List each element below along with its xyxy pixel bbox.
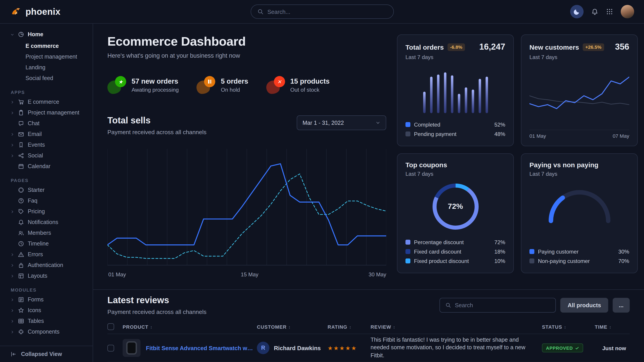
reviews-title: Latest reviews [108,295,206,306]
customer-name: Richard Dawkins [274,345,321,351]
sort-icon: ↕ [393,325,396,329]
select-all-checkbox[interactable] [108,323,114,330]
sidebar-item[interactable]: Layouts [0,271,93,281]
caret-right-icon [10,263,14,267]
modules-nav-list: Forms Icons Tables Components [0,294,93,337]
theme-toggle-button[interactable] [570,5,584,18]
product-link[interactable]: Fitbit Sense Advanced Smartwatch with To… [146,345,253,351]
stat-icon: ★ [108,76,126,94]
sidebar-item-icon [18,120,24,127]
reviews-table-body: Fitbit Sense Advanced Smartwatch with To… [108,334,630,362]
card-period: Last 7 days [530,54,629,60]
paying-gauge-chart [530,183,629,226]
notifications-button[interactable] [591,8,598,15]
sidebar-item-icon [18,110,24,116]
column-header-status[interactable]: STATUS↕ [542,320,595,334]
sidebar-item[interactable]: Email [0,129,93,139]
legend-item: Completed 52% [406,120,505,129]
sidebar-item[interactable]: Social [0,150,93,161]
sidebar-item[interactable]: E commerce [0,97,93,107]
user-avatar[interactable] [621,5,634,18]
column-header-product[interactable]: PRODUCT↕ [122,320,257,334]
sidebar-item-icon [18,187,24,193]
sidebar-item[interactable]: Chat [0,118,93,129]
caret-right-icon [10,308,14,312]
sidebar-item[interactable]: Components [0,327,93,337]
card-title: New customers [530,43,579,51]
sort-icon: ↕ [288,325,291,329]
sort-icon: ↕ [609,325,612,329]
sidebar-subitem[interactable]: Project management [0,51,93,62]
sidebar-item-icon [18,198,24,204]
column-header-review[interactable]: REVIEW↕ [370,320,542,334]
sidebar-item[interactable]: Project management [0,107,93,118]
collapsed-view-toggle[interactable]: Collapsed View [0,346,93,362]
legend-value: 18% [494,248,505,255]
grid-icon [606,8,613,15]
orders-bar-chart [408,67,502,113]
legend-swatch [530,249,534,254]
column-header-rating[interactable]: RATING↕ [328,320,370,334]
sidebar-item[interactable]: Starter [0,185,93,195]
caret-right-icon [10,298,14,302]
home-icon [18,31,24,37]
caret-right-icon [10,132,14,136]
sidebar-item[interactable]: Notifications [0,217,93,228]
sidebar-item[interactable]: Timeline [0,238,93,249]
sidebar-item-home[interactable]: Home [0,28,93,41]
apps-grid-button[interactable] [606,8,613,15]
sidebar-item-icon [18,241,24,247]
check-icon [575,346,579,350]
sidebar-item-icon [18,318,24,324]
caret-right-icon [10,330,14,334]
reviews-subtitle: Payment received across all channels [108,309,206,315]
sort-icon: ↕ [150,325,152,329]
card-period: Last 7 days [406,171,505,177]
sidebar-item[interactable]: Forms [0,294,93,305]
sidebar-item[interactable]: Errors [0,249,93,260]
sidebar-item-icon [18,99,24,105]
date-range-select[interactable]: Mar 1 - 31, 2022 [297,115,386,130]
legend-label: Pending payment [414,131,456,137]
sidebar-item[interactable]: Events [0,139,93,150]
review-time: Just now [602,345,626,351]
global-search-input[interactable] [268,8,387,15]
column-header-time[interactable]: TIME↕ [595,320,630,334]
topbar-actions [570,5,634,18]
stat-caption: Out of stock [290,86,330,93]
sidebar-item[interactable]: Tables [0,316,93,327]
column-header-customer[interactable]: CUSTOMER↕ [257,320,328,334]
legend-swatch [406,240,410,245]
legend-value: 72% [494,239,505,245]
sidebar-item[interactable]: Faq [0,195,93,206]
legend-swatch [406,122,410,127]
all-products-button[interactable]: All products [560,298,608,313]
brand[interactable]: phoenix [10,6,60,17]
sidebar-subitem[interactable]: Social feed [0,73,93,84]
reviews-search-input[interactable] [455,302,550,309]
global-search [250,4,394,19]
sidebar-item-label: Notifications [28,219,58,225]
sidebar-item[interactable]: Pricing [0,206,93,217]
page-title: Ecommerce Dashboard [108,34,386,49]
sidebar-item[interactable]: Authentication [0,260,93,271]
sidebar-item-label: Calendar [28,163,50,169]
legend-item: Pending payment 48% [406,129,505,139]
sidebar-item[interactable]: Members [0,228,93,238]
sidebar-section-label: MODULES [0,281,93,294]
sidebar-item[interactable]: Icons [0,305,93,316]
stats-row: ★ 57 new orders Awating processing [108,76,386,94]
row-checkbox[interactable] [108,345,114,352]
more-options-button[interactable]: ... [613,298,630,313]
card-title: Paying vs non paying [530,161,598,169]
sidebar-subitem[interactable]: Landing [0,62,93,73]
sort-icon: ↕ [564,325,566,329]
sidebar-item-label: Home [28,31,43,37]
sidebar-item[interactable]: Calendar [0,161,93,172]
sidebar-subitem[interactable]: E commerce [0,41,93,51]
orders-legend: Completed 52% Pending payment 48% [406,120,505,139]
stat-value: 15 products [290,77,330,85]
legend-swatch [406,249,410,254]
sidebar-item-label: Timeline [28,241,49,247]
legend-label: Percentage discount [414,239,464,245]
